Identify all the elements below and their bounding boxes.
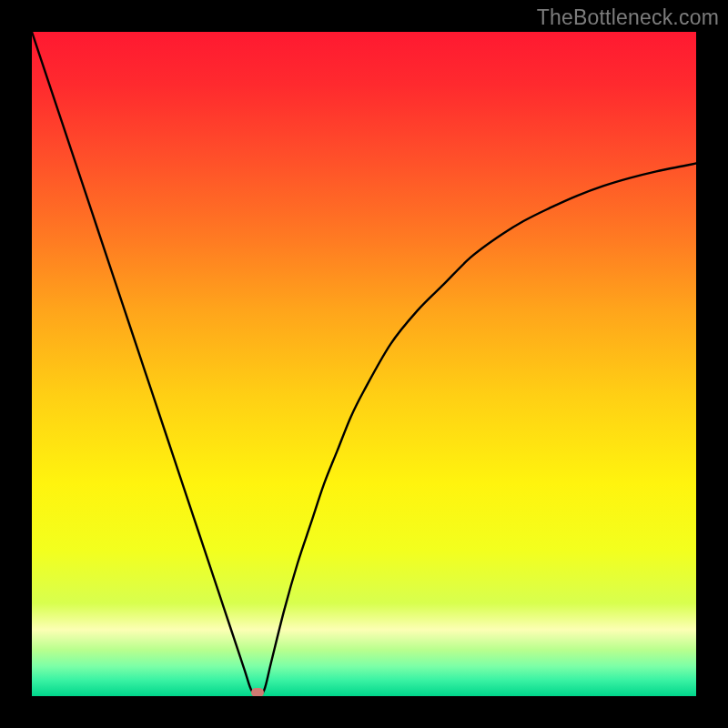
chart-frame: TheBottleneck.com [0,0,728,728]
watermark-text: TheBottleneck.com [537,5,719,30]
plot-area [32,32,696,696]
curve-line [32,32,696,696]
minimum-marker [251,688,264,696]
